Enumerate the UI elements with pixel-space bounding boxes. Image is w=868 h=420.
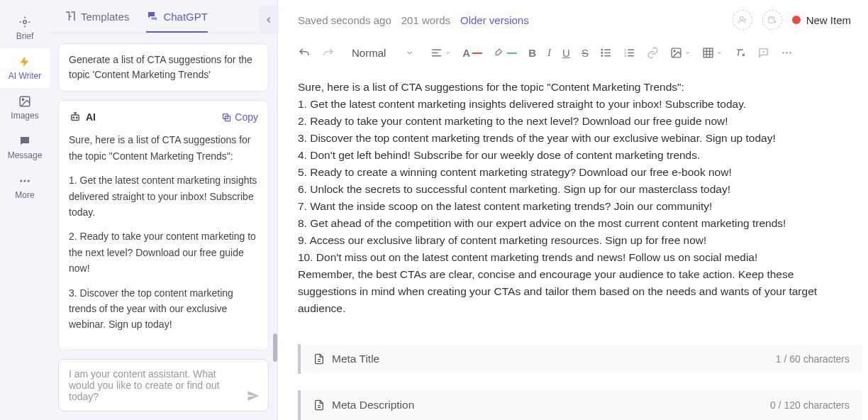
- svg-point-7: [73, 117, 74, 118]
- ai-label-text: AI: [86, 109, 96, 125]
- older-versions-link[interactable]: Older versions: [460, 14, 529, 26]
- nav-message[interactable]: Message: [0, 128, 50, 167]
- meta-description-counter: 0 / 120 characters: [770, 399, 850, 411]
- left-nav: Brief AI Writer Images Message More: [0, 0, 50, 420]
- chat-placeholder: I am your content assistant. What would …: [69, 368, 219, 402]
- meta-title-counter: 1 / 60 characters: [776, 353, 850, 365]
- numbered-list-button[interactable]: 123: [623, 47, 635, 59]
- nav-label: AI Writer: [9, 71, 41, 81]
- add-user-button[interactable]: [733, 10, 752, 30]
- meta-description-block[interactable]: Meta Description 0 / 120 characters: [298, 390, 862, 420]
- tab-templates[interactable]: Templates: [64, 10, 129, 33]
- chat-bubbles-icon: [146, 10, 159, 23]
- highlight-button[interactable]: [494, 48, 517, 58]
- svg-point-23: [786, 52, 787, 53]
- doc-line: 3. Discover the top content marketing tr…: [298, 130, 848, 147]
- templates-icon: [64, 10, 77, 23]
- nav-ai-writer[interactable]: AI Writer: [0, 48, 50, 88]
- nav-brief[interactable]: Brief: [0, 9, 50, 48]
- doc-line: 1. Get the latest content marketing insi…: [298, 96, 848, 113]
- svg-point-11: [740, 16, 743, 20]
- user-message: Generate a list of CTA suggestions for t…: [58, 43, 269, 92]
- doc-line: 10. Don't miss out on the latest content…: [298, 249, 848, 266]
- doc-line: Sure, here is a list of CTA suggestions …: [298, 79, 848, 96]
- svg-rect-21: [703, 48, 713, 57]
- bolt-icon: [18, 55, 31, 68]
- svg-point-2: [22, 99, 23, 100]
- nav-label: More: [15, 190, 34, 200]
- bullet-list-button[interactable]: [600, 47, 612, 59]
- doc-line: 9. Access our exclusive library of conte…: [298, 232, 848, 249]
- ai-text: Sure, here is a list of CTA suggestions …: [69, 132, 258, 164]
- tab-label: ChatGPT: [163, 11, 208, 23]
- nav-images[interactable]: Images: [0, 88, 50, 128]
- nav-label: Brief: [16, 31, 34, 41]
- svg-rect-12: [768, 17, 774, 23]
- ai-text: 3. Discover the top content marketing tr…: [69, 285, 258, 333]
- tab-chatgpt[interactable]: ChatGPT: [146, 10, 208, 33]
- svg-point-5: [28, 180, 30, 182]
- new-item-button[interactable]: New Item: [792, 14, 851, 26]
- italic-button[interactable]: I: [547, 47, 551, 59]
- link-button[interactable]: [647, 47, 659, 59]
- nav-label: Message: [8, 150, 43, 160]
- ai-text: 1. Get the latest content marketing insi…: [69, 172, 258, 220]
- ai-message: AI Copy Sure, here is a list of CTA sugg…: [58, 100, 269, 350]
- svg-point-8: [77, 117, 78, 118]
- chat-input[interactable]: I am your content assistant. What would …: [58, 359, 269, 411]
- status-dot-icon: [792, 16, 801, 24]
- underline-button[interactable]: U: [562, 47, 570, 59]
- add-date-button[interactable]: [762, 10, 782, 30]
- comment-button[interactable]: [757, 47, 769, 59]
- align-button[interactable]: [430, 47, 451, 59]
- copy-icon: [221, 112, 232, 123]
- svg-point-15: [601, 55, 602, 56]
- style-label: Normal: [352, 47, 386, 59]
- editor: Saved seconds ago 201 words Older versio…: [278, 0, 868, 420]
- meta-title-block[interactable]: Meta Title 1 / 60 characters: [298, 344, 862, 374]
- target-icon: [18, 16, 31, 28]
- ai-panel: Templates ChatGPT Generate a list of CTA…: [50, 0, 278, 420]
- doc-line: 4. Don't get left behind! Subscribe for …: [298, 147, 848, 164]
- doc-line: 8. Get ahead of the competition with our…: [298, 215, 848, 232]
- nav-label: Images: [11, 111, 38, 121]
- dots-icon: [18, 175, 31, 187]
- style-select[interactable]: Normal: [346, 44, 419, 62]
- svg-point-4: [24, 180, 26, 182]
- svg-point-20: [674, 50, 675, 52]
- bold-button[interactable]: B: [528, 47, 536, 59]
- redo-button[interactable]: [322, 47, 335, 60]
- image-icon: [18, 95, 31, 108]
- svg-point-3: [20, 180, 22, 182]
- tab-label: Templates: [81, 11, 129, 23]
- send-icon[interactable]: [247, 389, 260, 402]
- more-button[interactable]: [781, 47, 793, 59]
- chat-icon: [18, 135, 31, 148]
- undo-button[interactable]: [298, 47, 311, 60]
- strikethrough-button[interactable]: S: [582, 47, 589, 59]
- ai-tabs: Templates ChatGPT: [50, 0, 277, 33]
- scrollbar-thumb[interactable]: [273, 333, 277, 362]
- text-color-button[interactable]: A: [462, 47, 482, 59]
- doc-line: 2. Ready to take your content marketing …: [298, 113, 848, 130]
- robot-icon: [69, 111, 82, 123]
- copy-button[interactable]: Copy: [221, 109, 258, 125]
- meta-title-label: Meta Title: [332, 353, 379, 365]
- svg-point-24: [789, 52, 791, 53]
- new-item-label: New Item: [806, 14, 851, 26]
- file-icon: [313, 353, 325, 365]
- svg-text:3: 3: [624, 54, 626, 57]
- meta-description-label: Meta Description: [332, 399, 414, 411]
- document-content[interactable]: Sure, here is a list of CTA suggestions …: [278, 72, 868, 331]
- table-button[interactable]: [702, 47, 723, 59]
- copy-label: Copy: [235, 109, 258, 125]
- svg-point-14: [601, 52, 602, 53]
- chat-scroll[interactable]: Generate a list of CTA suggestions for t…: [50, 33, 277, 352]
- image-button[interactable]: [670, 47, 691, 59]
- clear-format-button[interactable]: [734, 47, 746, 59]
- editor-header: Saved seconds ago 201 words Older versio…: [278, 0, 868, 38]
- nav-more[interactable]: More: [0, 167, 50, 207]
- saved-status: Saved seconds ago: [298, 14, 391, 26]
- collapse-panel-button[interactable]: [259, 6, 279, 34]
- word-count: 201 words: [401, 14, 450, 26]
